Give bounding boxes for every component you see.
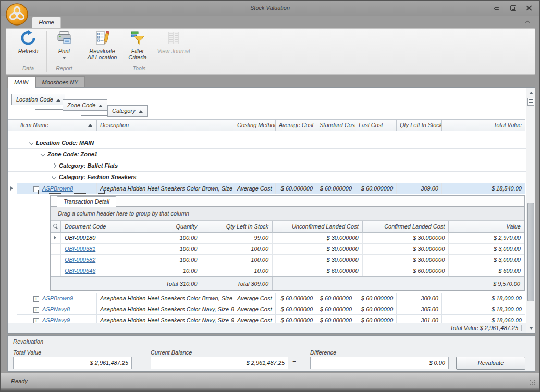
difference-label: Difference [310,349,336,356]
search-icon[interactable] [53,224,58,229]
scrollbar-menu-button[interactable] [527,98,534,106]
expand-row-icon[interactable] [33,307,39,313]
row-indicator-icon [54,236,56,240]
col-costing-method[interactable]: Costing Method [234,119,276,131]
document-link[interactable]: OBI-000180 [65,235,95,241]
detail-slot: Transaction Detail Drag a column header … [8,194,526,293]
table-row-aspbrown9[interactable]: ASPBrown9 Asephena Hidden Heel Sneakers … [8,293,526,304]
revaluation-panel: Revaluation Total Value $ 2,961,487.25 -… [7,335,535,372]
revaluate-button[interactable]: Revaluate [456,357,525,370]
col-document-code[interactable]: Document Code [61,221,130,233]
app-logo-icon[interactable] [5,3,29,26]
filter-funnel-icon [124,30,151,47]
difference-field[interactable]: $ 0.00 [310,357,449,369]
tab-main[interactable]: MAIN [7,76,35,88]
col-last-cost[interactable]: Last Cost [355,119,397,131]
ribbon-group-report: Report [50,65,78,73]
current-balance-field[interactable]: $ 2,961,487.25 [151,357,288,369]
ribbon-collapse-button[interactable] [526,19,532,24]
filter-criteria-button[interactable]: Filter Criteria [124,30,151,66]
grid-header-row: Item Name Description Costing Method Ave… [8,119,526,131]
detail-header-row: Document Code Quantity Qty Left In Stock… [51,221,524,233]
tab-transaction-detail[interactable]: Transaction Detail [57,196,116,207]
scrollbar-thumb[interactable] [527,203,534,301]
detail-tab-strip: Transaction Detail [51,196,524,207]
revaluate-all-location-button[interactable]: Revaluate All Location [84,30,120,66]
close-button[interactable] [525,5,533,11]
scroll-down-button[interactable] [527,324,534,331]
collapse-row-icon[interactable] [33,186,39,192]
document-link[interactable]: OBI-000646 [65,268,95,274]
groupby-connector [35,105,63,110]
refresh-button[interactable]: Refresh [14,30,43,66]
sort-asc-icon [99,105,103,107]
arrow-up-icon [529,92,533,94]
chevron-down-icon[interactable] [52,174,56,179]
col-confirmed-landed-cost[interactable]: Confirmed Landed Cost [363,221,449,233]
table-row-aspnavy8[interactable]: ASPNavy8 Asephena Hidden Heel Sneakers C… [8,304,526,315]
print-button[interactable]: Print [51,30,77,66]
stock-grid: Item Name Description Costing Method Ave… [8,119,526,333]
restore-icon [510,5,516,11]
col-unconfirmed-landed-cost[interactable]: Unconfirmed Landed Cost [273,221,363,233]
document-link[interactable]: OBI-000582 [65,257,95,263]
refresh-icon [14,30,43,47]
chevron-down-icon[interactable] [29,140,33,144]
col-qty-left[interactable]: Qty Left In Stock [397,119,442,131]
groupby-zone-code[interactable]: Zone Code [63,99,107,111]
transaction-detail-panel: Transaction Detail Drag a column header … [50,195,525,291]
resize-grip-icon[interactable] [530,380,536,386]
chevron-down-icon[interactable] [41,151,45,156]
ribbon-separator [46,31,47,72]
col-average-cost[interactable]: Average Cost [276,119,316,131]
group-row-fashion-sneakers[interactable]: Category: Fashion Sneakers [8,172,526,183]
group-by-panel: Location Code Zone Code Category [8,88,526,119]
arrow-down-icon [529,327,533,330]
col-detail-qty-left[interactable]: Qty Left In Stock [201,221,273,233]
item-link[interactable]: ASPBrown9 [42,295,73,301]
revaluate-list-pencil-icon [84,30,120,47]
minus-operator: - [136,359,138,365]
col-item-name[interactable]: Item Name [17,119,97,131]
groupby-category[interactable]: Category [107,105,148,117]
row-indicator-icon [10,186,13,191]
tab-home[interactable]: Home [32,17,61,28]
restore-button[interactable] [509,5,517,11]
ribbon-group-tools: Tools [84,65,194,73]
document-link[interactable]: OBI-000381 [65,246,95,252]
table-row-aspbrown8[interactable]: ASPBrown8 Asephena Hidden Heel Sneakers … [8,183,526,194]
col-quantity[interactable]: Quantity [130,221,202,233]
group-row-location[interactable]: Location Code: MAIN [8,137,526,149]
stock-valuation-content: Location Code Zone Code Category Item Na… [7,87,535,334]
ribbon-separator [198,31,198,72]
item-link[interactable]: ASPBrown8 [42,185,73,192]
total-value-field[interactable]: $ 2,961,487.25 [13,357,132,369]
detail-row-obi000582[interactable]: OBI-000582 100.00 100.00 $ 30.000000 $ 3… [51,255,524,265]
col-standard-cost[interactable]: Standard Cost [316,119,355,131]
sort-asc-icon [88,124,92,127]
expand-row-icon[interactable] [33,296,39,302]
title-bar: Stock Valuation [1,1,539,16]
scroll-up-button[interactable] [527,89,534,96]
col-value[interactable]: Value [449,221,524,233]
detail-row-obi000381[interactable]: OBI-000381 100.00 100.00 $ 30.000000 $ 3… [51,244,524,255]
group-row-ballet-flats[interactable]: Category: Ballet Flats [8,160,526,172]
item-link[interactable]: ASPNavy8 [42,306,70,312]
group-by-drop-area[interactable]: Drag a column header here to group by th… [51,207,524,221]
tab-mooshoes-ny[interactable]: Mooshoes NY [35,76,85,88]
vertical-scrollbar[interactable] [526,88,535,333]
app-window: Stock Valuation Home [0,0,540,392]
detail-row-obi000180[interactable]: OBI-000180 100.00 99.00 $ 30.000000 $ 30… [51,233,524,244]
ribbon-group-data: Data [14,65,43,73]
detail-row-obi000646[interactable]: OBI-000646 10.00 10.00 $ 60.000000 $ 60.… [51,265,524,276]
chevron-right-icon[interactable] [52,163,56,167]
detail-footer-row: Total 310.00 Total 309.00 $ 9,570.00 [51,276,524,290]
group-row-zone[interactable]: Zone Code: Zone1 [8,149,526,160]
journal-icon [156,30,191,47]
groupby-location-code[interactable]: Location Code [11,94,65,105]
groupby-connector [81,111,107,116]
col-description[interactable]: Description [97,119,234,131]
col-total-value[interactable]: Total Value [442,119,525,131]
chevron-up-icon [525,21,530,25]
minimize-button[interactable] [493,5,501,11]
